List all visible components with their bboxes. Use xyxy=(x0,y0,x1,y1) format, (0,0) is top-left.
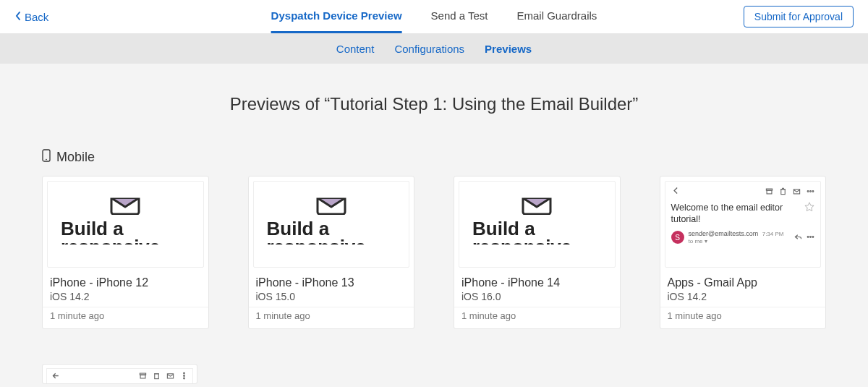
preview-card[interactable] xyxy=(42,364,197,384)
content-area: Mobile Build a responsive iPhone - iPhon… xyxy=(0,149,868,384)
preview-card[interactable]: Welcome to the email editor tutorial! S … xyxy=(660,176,827,329)
thumb-heading-2: responsive xyxy=(459,237,615,244)
thumb-heading-2: responsive xyxy=(254,237,409,244)
card-title: iPhone - iPhone 13 xyxy=(249,272,414,291)
svg-rect-14 xyxy=(155,374,159,379)
svg-point-17 xyxy=(184,375,185,377)
svg-rect-3 xyxy=(767,190,772,194)
svg-point-10 xyxy=(810,236,812,237)
svg-point-7 xyxy=(810,190,812,192)
svg-point-18 xyxy=(184,378,185,379)
recipient-line: to me ▾ xyxy=(689,238,707,244)
top-tabs: Dyspatch Device Preview Send a Test Emai… xyxy=(271,0,597,33)
preview-thumbnail: Build a responsive xyxy=(253,181,410,268)
card-timestamp: 1 minute ago xyxy=(660,307,826,328)
thumb-heading-2: responsive xyxy=(48,237,203,244)
preview-row-2 xyxy=(42,364,826,384)
tab-device-preview[interactable]: Dyspatch Device Preview xyxy=(271,0,402,33)
tab-email-guardrails[interactable]: Email Guardrails xyxy=(517,0,597,33)
thumb-heading: Build a xyxy=(48,219,203,239)
mail-icon xyxy=(793,187,801,197)
star-icon xyxy=(804,202,814,213)
preview-thumbnail: Welcome to the email editor tutorial! S … xyxy=(665,181,822,268)
more-vertical-icon xyxy=(180,372,188,381)
card-subtitle: iOS 15.0 xyxy=(249,291,414,307)
archive-icon xyxy=(139,372,147,381)
card-subtitle: iOS 16.0 xyxy=(454,291,620,307)
mail-icon xyxy=(166,372,174,381)
section-header-mobile: Mobile xyxy=(42,149,826,166)
preview-card[interactable]: Build a responsive iPhone - iPhone 14 iO… xyxy=(454,176,621,329)
top-bar: Back Dyspatch Device Preview Send a Test… xyxy=(0,0,868,33)
more-icon xyxy=(807,187,814,197)
delete-icon xyxy=(779,187,787,197)
back-arrow-icon xyxy=(51,371,61,382)
subtab-previews[interactable]: Previews xyxy=(485,43,532,55)
tab-send-test[interactable]: Send a Test xyxy=(431,0,488,33)
sender-address: sender@emailtests.com xyxy=(689,230,759,237)
thumb-heading: Build a xyxy=(254,219,409,239)
subtab-content[interactable]: Content xyxy=(336,43,375,55)
card-title: Apps - Gmail App xyxy=(660,272,826,291)
card-subtitle: iOS 14.2 xyxy=(43,291,208,307)
card-timestamp: 1 minute ago xyxy=(43,307,208,328)
svg-rect-13 xyxy=(140,375,145,378)
section-label: Mobile xyxy=(56,150,95,165)
svg-point-9 xyxy=(807,236,809,237)
reply-icon xyxy=(794,233,802,242)
svg-rect-4 xyxy=(781,189,786,194)
submit-approval-button[interactable]: Submit for Approval xyxy=(744,6,854,27)
card-timestamp: 1 minute ago xyxy=(454,307,620,328)
card-title: iPhone - iPhone 12 xyxy=(43,272,208,291)
more-icon xyxy=(807,233,814,242)
card-timestamp: 1 minute ago xyxy=(249,307,414,328)
chevron-left-icon xyxy=(14,11,22,23)
phone-icon xyxy=(42,149,51,166)
svg-point-1 xyxy=(46,159,47,161)
envelope-icon xyxy=(520,190,553,215)
preview-thumbnail: Build a responsive xyxy=(459,181,616,268)
back-button[interactable]: Back xyxy=(14,11,48,23)
svg-point-6 xyxy=(807,190,809,192)
gmail-subject: Welcome to the email editor tutorial! xyxy=(671,202,801,226)
preview-card[interactable]: Build a responsive iPhone - iPhone 12 iO… xyxy=(42,176,209,329)
svg-point-11 xyxy=(812,236,814,237)
avatar: S xyxy=(671,231,684,244)
archive-icon xyxy=(765,187,773,197)
envelope-icon xyxy=(109,190,142,215)
page-title: Previews of “Tutorial Step 1: Using the … xyxy=(0,94,868,114)
svg-point-16 xyxy=(184,373,185,374)
chevron-down-icon: ▾ xyxy=(705,238,707,244)
preview-grid: Build a responsive iPhone - iPhone 12 iO… xyxy=(42,176,826,329)
envelope-icon xyxy=(315,190,348,215)
card-title: iPhone - iPhone 14 xyxy=(454,272,620,291)
delete-icon xyxy=(153,372,161,381)
preview-card[interactable]: Build a responsive iPhone - iPhone 13 iO… xyxy=(248,176,415,329)
back-arrow-icon xyxy=(671,186,681,197)
sender-time: 7:34 PM xyxy=(762,231,784,237)
sub-tabs: Content Configurations Previews xyxy=(0,33,868,64)
subtab-configurations[interactable]: Configurations xyxy=(394,43,464,55)
back-label: Back xyxy=(25,11,48,23)
preview-thumbnail: Build a responsive xyxy=(47,181,204,268)
thumb-heading: Build a xyxy=(459,219,615,239)
card-subtitle: iOS 14.2 xyxy=(660,291,826,307)
svg-point-8 xyxy=(812,190,814,192)
